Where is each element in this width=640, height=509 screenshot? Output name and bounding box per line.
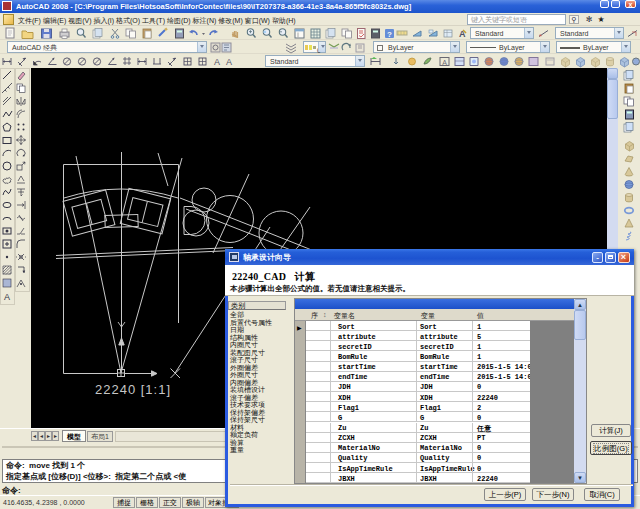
svg-text:A: A [459,29,466,39]
svg-text:A: A [442,59,447,66]
svg-text:A: A [226,57,232,67]
svg-text:A: A [214,57,220,67]
svg-text:A: A [4,292,10,302]
svg-text:?: ? [387,30,392,39]
